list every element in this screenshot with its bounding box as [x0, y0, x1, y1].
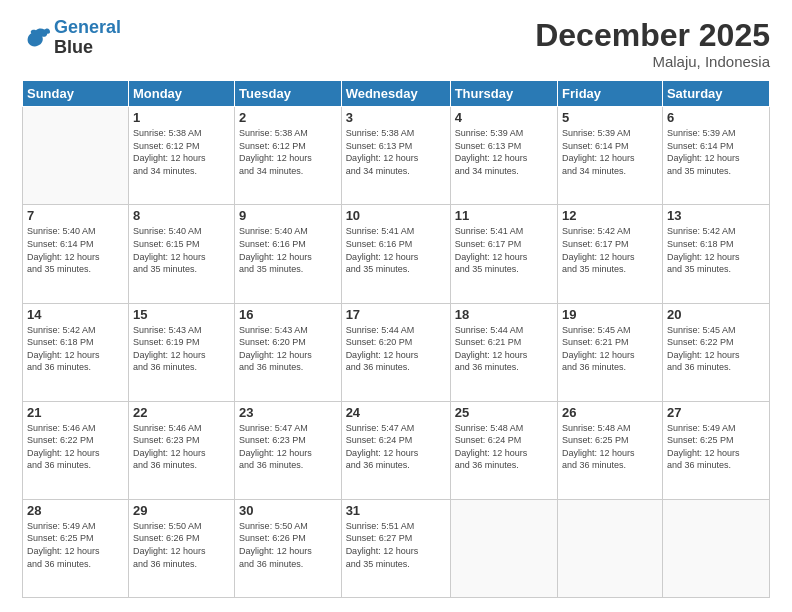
day-info: Sunrise: 5:48 AM Sunset: 6:24 PM Dayligh… [455, 422, 553, 472]
day-info: Sunrise: 5:40 AM Sunset: 6:16 PM Dayligh… [239, 225, 337, 275]
calendar-cell: 12Sunrise: 5:42 AM Sunset: 6:17 PM Dayli… [558, 205, 663, 303]
day-info: Sunrise: 5:39 AM Sunset: 6:14 PM Dayligh… [562, 127, 658, 177]
day-number: 19 [562, 307, 658, 322]
calendar-cell: 17Sunrise: 5:44 AM Sunset: 6:20 PM Dayli… [341, 303, 450, 401]
calendar-cell: 26Sunrise: 5:48 AM Sunset: 6:25 PM Dayli… [558, 401, 663, 499]
day-info: Sunrise: 5:38 AM Sunset: 6:12 PM Dayligh… [239, 127, 337, 177]
day-number: 20 [667, 307, 765, 322]
calendar-cell: 31Sunrise: 5:51 AM Sunset: 6:27 PM Dayli… [341, 499, 450, 597]
day-number: 8 [133, 208, 230, 223]
day-number: 2 [239, 110, 337, 125]
calendar-cell: 21Sunrise: 5:46 AM Sunset: 6:22 PM Dayli… [23, 401, 129, 499]
header: General Blue December 2025 Malaju, Indon… [22, 18, 770, 70]
calendar-cell: 25Sunrise: 5:48 AM Sunset: 6:24 PM Dayli… [450, 401, 557, 499]
day-number: 30 [239, 503, 337, 518]
day-info: Sunrise: 5:43 AM Sunset: 6:20 PM Dayligh… [239, 324, 337, 374]
day-info: Sunrise: 5:48 AM Sunset: 6:25 PM Dayligh… [562, 422, 658, 472]
day-number: 1 [133, 110, 230, 125]
calendar-cell: 29Sunrise: 5:50 AM Sunset: 6:26 PM Dayli… [128, 499, 234, 597]
day-number: 25 [455, 405, 553, 420]
day-number: 16 [239, 307, 337, 322]
calendar-cell: 27Sunrise: 5:49 AM Sunset: 6:25 PM Dayli… [662, 401, 769, 499]
day-number: 10 [346, 208, 446, 223]
calendar-cell: 20Sunrise: 5:45 AM Sunset: 6:22 PM Dayli… [662, 303, 769, 401]
calendar-cell [558, 499, 663, 597]
day-info: Sunrise: 5:42 AM Sunset: 6:17 PM Dayligh… [562, 225, 658, 275]
calendar-cell: 16Sunrise: 5:43 AM Sunset: 6:20 PM Dayli… [235, 303, 342, 401]
calendar-cell: 22Sunrise: 5:46 AM Sunset: 6:23 PM Dayli… [128, 401, 234, 499]
day-info: Sunrise: 5:47 AM Sunset: 6:23 PM Dayligh… [239, 422, 337, 472]
day-info: Sunrise: 5:50 AM Sunset: 6:26 PM Dayligh… [239, 520, 337, 570]
calendar-cell: 2Sunrise: 5:38 AM Sunset: 6:12 PM Daylig… [235, 107, 342, 205]
calendar-cell: 14Sunrise: 5:42 AM Sunset: 6:18 PM Dayli… [23, 303, 129, 401]
calendar-cell: 9Sunrise: 5:40 AM Sunset: 6:16 PM Daylig… [235, 205, 342, 303]
day-info: Sunrise: 5:41 AM Sunset: 6:16 PM Dayligh… [346, 225, 446, 275]
calendar-cell: 11Sunrise: 5:41 AM Sunset: 6:17 PM Dayli… [450, 205, 557, 303]
calendar-cell: 1Sunrise: 5:38 AM Sunset: 6:12 PM Daylig… [128, 107, 234, 205]
day-number: 24 [346, 405, 446, 420]
day-info: Sunrise: 5:44 AM Sunset: 6:20 PM Dayligh… [346, 324, 446, 374]
day-of-week-sunday: Sunday [23, 81, 129, 107]
calendar-cell: 19Sunrise: 5:45 AM Sunset: 6:21 PM Dayli… [558, 303, 663, 401]
day-number: 22 [133, 405, 230, 420]
calendar-cell: 28Sunrise: 5:49 AM Sunset: 6:25 PM Dayli… [23, 499, 129, 597]
day-info: Sunrise: 5:41 AM Sunset: 6:17 PM Dayligh… [455, 225, 553, 275]
day-number: 6 [667, 110, 765, 125]
calendar-table: SundayMondayTuesdayWednesdayThursdayFrid… [22, 80, 770, 598]
calendar-subtitle: Malaju, Indonesia [535, 53, 770, 70]
calendar-cell: 5Sunrise: 5:39 AM Sunset: 6:14 PM Daylig… [558, 107, 663, 205]
calendar-cell: 4Sunrise: 5:39 AM Sunset: 6:13 PM Daylig… [450, 107, 557, 205]
day-info: Sunrise: 5:44 AM Sunset: 6:21 PM Dayligh… [455, 324, 553, 374]
day-info: Sunrise: 5:49 AM Sunset: 6:25 PM Dayligh… [667, 422, 765, 472]
day-number: 28 [27, 503, 124, 518]
logo-line1: General [54, 17, 121, 37]
day-info: Sunrise: 5:42 AM Sunset: 6:18 PM Dayligh… [667, 225, 765, 275]
calendar-cell: 7Sunrise: 5:40 AM Sunset: 6:14 PM Daylig… [23, 205, 129, 303]
day-number: 4 [455, 110, 553, 125]
logo-text: General Blue [54, 18, 121, 58]
day-number: 5 [562, 110, 658, 125]
day-info: Sunrise: 5:51 AM Sunset: 6:27 PM Dayligh… [346, 520, 446, 570]
day-of-week-saturday: Saturday [662, 81, 769, 107]
title-block: December 2025 Malaju, Indonesia [535, 18, 770, 70]
day-number: 9 [239, 208, 337, 223]
day-info: Sunrise: 5:47 AM Sunset: 6:24 PM Dayligh… [346, 422, 446, 472]
day-number: 7 [27, 208, 124, 223]
calendar-week-2: 7Sunrise: 5:40 AM Sunset: 6:14 PM Daylig… [23, 205, 770, 303]
day-info: Sunrise: 5:40 AM Sunset: 6:15 PM Dayligh… [133, 225, 230, 275]
calendar-cell: 6Sunrise: 5:39 AM Sunset: 6:14 PM Daylig… [662, 107, 769, 205]
day-number: 18 [455, 307, 553, 322]
calendar-cell: 13Sunrise: 5:42 AM Sunset: 6:18 PM Dayli… [662, 205, 769, 303]
day-info: Sunrise: 5:43 AM Sunset: 6:19 PM Dayligh… [133, 324, 230, 374]
calendar-cell [23, 107, 129, 205]
calendar-week-4: 21Sunrise: 5:46 AM Sunset: 6:22 PM Dayli… [23, 401, 770, 499]
logo-line2: Blue [54, 38, 121, 58]
day-info: Sunrise: 5:42 AM Sunset: 6:18 PM Dayligh… [27, 324, 124, 374]
day-number: 12 [562, 208, 658, 223]
calendar-cell: 15Sunrise: 5:43 AM Sunset: 6:19 PM Dayli… [128, 303, 234, 401]
day-of-week-monday: Monday [128, 81, 234, 107]
page: General Blue December 2025 Malaju, Indon… [0, 0, 792, 612]
day-info: Sunrise: 5:45 AM Sunset: 6:21 PM Dayligh… [562, 324, 658, 374]
day-number: 27 [667, 405, 765, 420]
calendar-title: December 2025 [535, 18, 770, 53]
calendar-cell: 18Sunrise: 5:44 AM Sunset: 6:21 PM Dayli… [450, 303, 557, 401]
day-info: Sunrise: 5:45 AM Sunset: 6:22 PM Dayligh… [667, 324, 765, 374]
day-number: 11 [455, 208, 553, 223]
day-info: Sunrise: 5:38 AM Sunset: 6:13 PM Dayligh… [346, 127, 446, 177]
day-info: Sunrise: 5:39 AM Sunset: 6:13 PM Dayligh… [455, 127, 553, 177]
day-info: Sunrise: 5:38 AM Sunset: 6:12 PM Dayligh… [133, 127, 230, 177]
day-number: 31 [346, 503, 446, 518]
calendar-cell: 3Sunrise: 5:38 AM Sunset: 6:13 PM Daylig… [341, 107, 450, 205]
day-info: Sunrise: 5:40 AM Sunset: 6:14 PM Dayligh… [27, 225, 124, 275]
calendar-cell [662, 499, 769, 597]
day-info: Sunrise: 5:39 AM Sunset: 6:14 PM Dayligh… [667, 127, 765, 177]
day-number: 15 [133, 307, 230, 322]
day-of-week-friday: Friday [558, 81, 663, 107]
calendar-week-1: 1Sunrise: 5:38 AM Sunset: 6:12 PM Daylig… [23, 107, 770, 205]
day-of-week-thursday: Thursday [450, 81, 557, 107]
day-number: 29 [133, 503, 230, 518]
calendar-week-5: 28Sunrise: 5:49 AM Sunset: 6:25 PM Dayli… [23, 499, 770, 597]
logo: General Blue [22, 18, 121, 58]
day-number: 14 [27, 307, 124, 322]
